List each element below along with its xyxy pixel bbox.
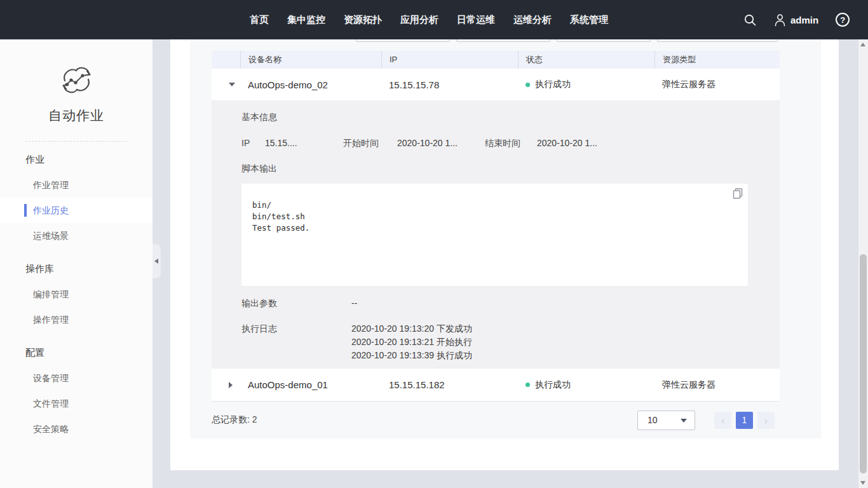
cell-device-name: AutoOps-demo_02 bbox=[240, 79, 381, 90]
cell-ip: 15.15.15.78 bbox=[381, 79, 518, 90]
sidebar-item-device-management[interactable]: 设备管理 bbox=[0, 365, 153, 391]
start-time-label: 开始时间 bbox=[343, 138, 379, 149]
top-navbar: 首页 集中监控 资源拓扑 应用分析 日常运维 运维分析 系统管理 admin bbox=[0, 0, 868, 39]
device-table-bottom: AutoOps-demo_01 15.15.15.182 执行成功 弹性云服务器 bbox=[212, 369, 780, 402]
status-text: 执行成功 bbox=[535, 379, 571, 390]
app-page: 设备名称 IP 状态 资源类型 AutoOps-demo_02 15.15.15… bbox=[0, 0, 868, 488]
pagination: 10 ‹ 1 › bbox=[637, 410, 775, 430]
sidebar-menu: 作业 作业管理 作业历史 运维场景 操作库 编排管理 操作管理 配置 设备管理 … bbox=[0, 147, 153, 442]
help-icon[interactable]: ? bbox=[836, 13, 850, 27]
nav-item-topology[interactable]: 资源拓扑 bbox=[344, 14, 382, 26]
scroll-down-icon[interactable] bbox=[860, 481, 865, 485]
sidebar-collapse-button[interactable] bbox=[151, 244, 161, 278]
status-text: 执行成功 bbox=[535, 79, 571, 89]
table-row[interactable]: AutoOps-demo_02 15.15.15.78 执行成功 弹性云服务器 bbox=[212, 69, 780, 100]
success-dot-icon bbox=[526, 83, 530, 87]
script-output-label: 脚本输出 bbox=[241, 163, 277, 175]
logo-cloud-sync-icon bbox=[56, 64, 97, 97]
sidebar-item-job-management[interactable]: 作业管理 bbox=[0, 172, 153, 198]
cell-resource-type: 弹性云服务器 bbox=[654, 379, 780, 391]
expand-row-button[interactable] bbox=[212, 382, 240, 388]
nav-item-app-analysis[interactable]: 应用分析 bbox=[400, 14, 438, 26]
cell-device-name: AutoOps-demo_01 bbox=[240, 379, 381, 390]
page-scrollbar[interactable] bbox=[858, 39, 868, 488]
sidebar: 自动作业 作业 作业管理 作业历史 运维场景 操作库 编排管理 操作管理 配置 … bbox=[0, 39, 153, 488]
sidebar-section-operation-library: 操作库 bbox=[0, 256, 153, 281]
log-line: 2020-10-20 19:13:21 开始执行 bbox=[351, 336, 472, 349]
sidebar-item-security-policy[interactable]: 安全策略 bbox=[0, 416, 153, 442]
output-params-value: -- bbox=[351, 298, 357, 308]
nav-item-monitoring[interactable]: 集中监控 bbox=[287, 14, 325, 26]
user-menu[interactable]: admin bbox=[774, 13, 818, 27]
table-footer: 总记录数: 2 10 ‹ 1 › bbox=[212, 402, 780, 438]
triangle-right-icon bbox=[229, 382, 233, 388]
divider bbox=[25, 141, 127, 142]
cell-status: 执行成功 bbox=[518, 379, 654, 391]
script-line: bin/ bbox=[252, 200, 738, 211]
total-records-label: 总记录数: 2 bbox=[212, 414, 257, 426]
nav-item-daily-ops[interactable]: 日常运维 bbox=[457, 14, 495, 26]
exec-log-label: 执行日志 bbox=[241, 323, 277, 335]
prev-page-button[interactable]: ‹ bbox=[714, 412, 731, 429]
main-menu: 首页 集中监控 资源拓扑 应用分析 日常运维 运维分析 系统管理 bbox=[250, 0, 608, 39]
ip-value: 15.15.... bbox=[265, 138, 297, 148]
log-line: 2020-10-20 19:13:20 下发成功 bbox=[351, 322, 472, 336]
cell-resource-type: 弹性云服务器 bbox=[654, 79, 780, 90]
page-1-button[interactable]: 1 bbox=[736, 412, 753, 429]
success-dot-icon bbox=[526, 383, 530, 387]
script-output-text: bin/bin/test.shTest passed. bbox=[241, 184, 748, 234]
log-line: 2020-10-20 19:13:39 执行成功 bbox=[351, 349, 472, 362]
end-time-label: 结束时间 bbox=[485, 138, 520, 149]
sidebar-item-job-history[interactable]: 作业历史 bbox=[0, 198, 153, 223]
header-resource-type: 资源类型 bbox=[654, 51, 780, 69]
cell-ip: 15.15.15.182 bbox=[381, 379, 518, 390]
start-time-value: 2020-10-20 1... bbox=[397, 138, 458, 148]
page-size-select[interactable]: 10 bbox=[637, 410, 695, 430]
sidebar-item-file-management[interactable]: 文件管理 bbox=[0, 391, 153, 416]
username: admin bbox=[790, 15, 818, 25]
script-output-box: bin/bin/test.shTest passed. bbox=[241, 184, 748, 286]
script-line: bin/test.sh bbox=[252, 211, 738, 222]
chevron-down-icon bbox=[681, 419, 687, 423]
sidebar-section-jobs: 作业 bbox=[0, 147, 153, 172]
nav-item-ops-analysis[interactable]: 运维分析 bbox=[513, 14, 552, 26]
triangle-down-icon bbox=[229, 83, 235, 86]
copy-icon[interactable] bbox=[732, 187, 743, 199]
header-status: 状态 bbox=[518, 51, 654, 69]
device-table: 设备名称 IP 状态 资源类型 AutoOps-demo_02 15.15.15… bbox=[212, 51, 780, 100]
ip-label: IP bbox=[241, 138, 250, 148]
sidebar-item-orchestration-management[interactable]: 编排管理 bbox=[0, 281, 153, 307]
scrollbar-thumb[interactable] bbox=[860, 254, 867, 473]
scroll-up-icon[interactable] bbox=[860, 43, 865, 46]
nav-item-home[interactable]: 首页 bbox=[250, 14, 269, 26]
page-size-value: 10 bbox=[648, 411, 658, 430]
sidebar-item-ops-scenarios[interactable]: 运维场景 bbox=[0, 223, 153, 248]
search-icon[interactable] bbox=[743, 13, 757, 27]
table-row[interactable]: AutoOps-demo_01 15.15.15.182 执行成功 弹性云服务器 bbox=[212, 369, 780, 402]
output-params-label: 输出参数 bbox=[241, 298, 277, 309]
navbar-right: admin ? bbox=[743, 0, 850, 39]
row-detail-panel: 基本信息 IP 15.15.... 开始时间 2020-10-20 1... 结… bbox=[212, 100, 780, 369]
collapse-row-button[interactable] bbox=[212, 83, 240, 86]
basic-info-title: 基本信息 bbox=[241, 112, 277, 123]
exec-log-lines: 2020-10-20 19:13:20 下发成功 2020-10-20 19:1… bbox=[351, 322, 472, 362]
sidebar-section-config: 配置 bbox=[0, 340, 153, 365]
app-logo bbox=[0, 39, 153, 99]
user-icon bbox=[774, 13, 786, 27]
header-expand-column bbox=[212, 51, 240, 69]
next-page-button[interactable]: › bbox=[757, 412, 775, 429]
script-line: Test passed. bbox=[252, 222, 738, 234]
cell-status: 执行成功 bbox=[518, 79, 654, 90]
header-device-name: 设备名称 bbox=[240, 51, 381, 69]
sidebar-item-operation-management[interactable]: 操作管理 bbox=[0, 307, 153, 332]
app-title: 自动作业 bbox=[0, 107, 153, 125]
nav-item-system-mgmt[interactable]: 系统管理 bbox=[570, 14, 608, 26]
collapse-left-icon bbox=[154, 259, 158, 264]
header-ip: IP bbox=[381, 51, 518, 69]
end-time-value: 2020-10-20 1... bbox=[537, 138, 597, 148]
table-header-row: 设备名称 IP 状态 资源类型 bbox=[212, 51, 780, 69]
